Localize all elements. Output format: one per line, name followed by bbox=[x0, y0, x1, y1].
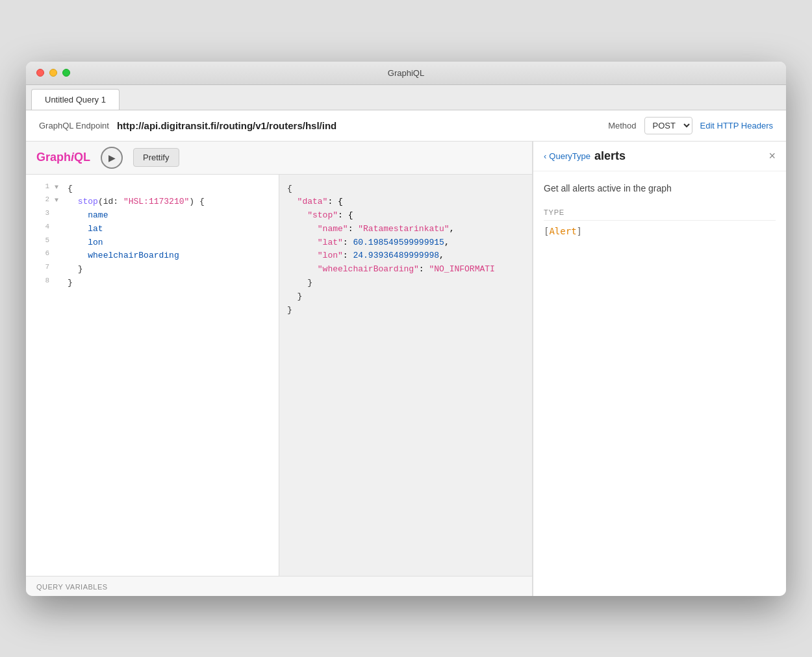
result-line-6: "lon": 24.93936489999998, bbox=[287, 249, 524, 263]
method-select[interactable]: POST bbox=[644, 117, 692, 134]
result-line-5: "lat": 60.198549599999915, bbox=[287, 236, 524, 250]
minimize-button[interactable] bbox=[49, 69, 57, 77]
result-line-9: } bbox=[287, 290, 524, 304]
code-line-6: 6 wheelchairBoarding bbox=[26, 249, 279, 263]
toolbar-right: Method POST Edit HTTP Headers bbox=[608, 117, 773, 134]
code-line-5: 5 lon bbox=[26, 236, 279, 250]
result-line-3: "stop": { bbox=[287, 209, 524, 223]
tabs-bar-wrapper: Untitled Query 1 bbox=[26, 85, 786, 110]
title-bar: GraphiQL bbox=[26, 62, 786, 85]
code-lines: 1 ▼ { 2 ▼ stop(id: "HSL:1173210") { 3 bbox=[26, 182, 279, 290]
endpoint-label: GraphQL Endpoint bbox=[39, 121, 109, 130]
doc-panel: ‹ QueryType alerts × Get all alerts acti… bbox=[533, 142, 786, 596]
close-button[interactable] bbox=[36, 69, 44, 77]
chevron-left-icon: ‹ bbox=[544, 151, 546, 161]
window-title: GraphiQL bbox=[388, 68, 424, 78]
result-line-10: } bbox=[287, 304, 524, 317]
doc-breadcrumb: ‹ QueryType alerts bbox=[544, 149, 626, 163]
result-line-4: "name": "Ratamestarinkatu", bbox=[287, 223, 524, 236]
endpoint-input[interactable] bbox=[117, 120, 600, 131]
toolbar: GraphQL Endpoint Method POST Edit HTTP H… bbox=[26, 110, 786, 142]
doc-type-value: [Alert] bbox=[544, 226, 776, 236]
doc-description: Get all alerts active in the graph bbox=[544, 182, 776, 195]
code-line-8: 8 } bbox=[26, 277, 279, 290]
tabs-bar: Untitled Query 1 bbox=[26, 85, 786, 110]
prettify-button[interactable]: Prettify bbox=[133, 148, 179, 167]
doc-type-section-label: TYPE bbox=[544, 208, 776, 221]
query-editor[interactable]: 1 ▼ { 2 ▼ stop(id: "HSL:1173210") { 3 bbox=[26, 175, 279, 576]
main-area: GraphiQL ▶ Prettify 1 ▼ { bbox=[26, 142, 786, 596]
editor-header: GraphiQL ▶ Prettify bbox=[26, 142, 532, 175]
query-variables-label[interactable]: QUERY VARIABLES bbox=[36, 583, 108, 591]
doc-type-link[interactable]: Alert bbox=[549, 226, 576, 236]
code-line-7: 7 } bbox=[26, 263, 279, 277]
result-lines: { "data": { "stop": { "name": "Ratamesta… bbox=[279, 182, 532, 317]
editor-panel: GraphiQL ▶ Prettify 1 ▼ { bbox=[26, 142, 533, 596]
editor-content: 1 ▼ { 2 ▼ stop(id: "HSL:1173210") { 3 bbox=[26, 175, 532, 576]
code-line-4: 4 lat bbox=[26, 223, 279, 236]
traffic-lights bbox=[36, 69, 70, 77]
doc-body: Get all alerts active in the graph TYPE … bbox=[533, 171, 786, 247]
method-label: Method bbox=[608, 121, 636, 130]
app-window: GraphiQL Untitled Query 1 GraphQL Endpoi… bbox=[26, 62, 786, 596]
run-button[interactable]: ▶ bbox=[101, 147, 123, 169]
doc-close-button[interactable]: × bbox=[768, 150, 776, 162]
result-line-7: "wheelchairBoarding": "NO_INFORMATI bbox=[287, 263, 524, 277]
result-panel: { "data": { "stop": { "name": "Ratamesta… bbox=[279, 175, 532, 576]
edit-http-headers-button[interactable]: Edit HTTP Headers bbox=[700, 121, 773, 130]
doc-title: alerts bbox=[594, 149, 626, 163]
graphiql-logo: GraphiQL bbox=[36, 151, 90, 164]
doc-header: ‹ QueryType alerts × bbox=[533, 142, 786, 171]
result-line-2: "data": { bbox=[287, 195, 524, 209]
code-line-2: 2 ▼ stop(id: "HSL:1173210") { bbox=[26, 195, 279, 209]
result-line-1: { bbox=[287, 182, 524, 196]
maximize-button[interactable] bbox=[62, 69, 70, 77]
editor-bottom: QUERY VARIABLES bbox=[26, 576, 532, 596]
tab-untitled-query-1[interactable]: Untitled Query 1 bbox=[31, 89, 120, 110]
code-line-1: 1 ▼ { bbox=[26, 182, 279, 196]
doc-back-button[interactable]: ‹ QueryType bbox=[544, 151, 590, 161]
result-line-8: } bbox=[287, 277, 524, 290]
code-line-3: 3 name bbox=[26, 209, 279, 223]
